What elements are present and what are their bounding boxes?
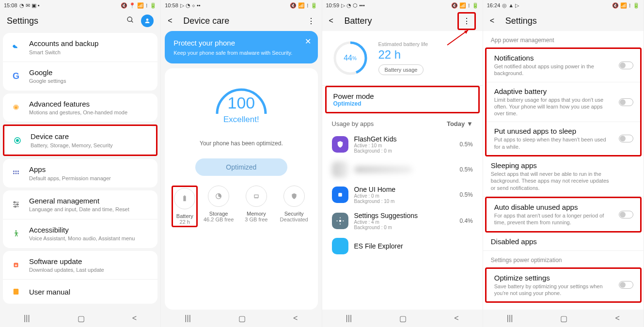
row-disabled-apps[interactable]: Disabled apps <box>483 233 644 251</box>
back-icon[interactable]: < <box>329 16 338 25</box>
svg-point-11 <box>17 172 19 174</box>
svg-rect-21 <box>184 196 186 202</box>
avatar[interactable] <box>141 15 154 27</box>
row-put-unused-sleep[interactable]: Put unused apps to sleep Put apps to sle… <box>487 122 640 155</box>
toggle[interactable] <box>619 98 633 106</box>
device-care-screen: 10:58 ▷ ◔ ⟐ •• 🔇 📶 ⫶ 🔋 < Device care ⋮ P… <box>161 0 322 327</box>
battery-content: 44% Estimated battery life 22 h Battery … <box>322 31 483 310</box>
item-title: General management <box>29 196 151 206</box>
navbar: ||| ▢ < <box>322 310 483 327</box>
item-title: Apps <box>29 165 151 174</box>
app-name: FlashGet Kids <box>354 135 454 143</box>
tile-security[interactable]: Security Deactivated <box>277 186 311 227</box>
item-google[interactable]: G GoogleGoogle settings <box>3 62 157 91</box>
device-care-content: Protect your phone Keep your phone safe … <box>161 31 321 310</box>
svg-point-17 <box>15 206 16 207</box>
battery-icon <box>174 188 195 209</box>
svg-rect-24 <box>254 195 258 197</box>
home-button[interactable]: ▢ <box>560 314 567 323</box>
item-title: Accounts and backup <box>29 39 151 48</box>
tile-storage[interactable]: Storage 46.2 GB free <box>202 186 236 227</box>
tile-battery[interactable]: Battery 22 h <box>174 188 195 225</box>
toggle[interactable] <box>619 135 633 142</box>
more-icon[interactable]: ⋮ <box>307 16 315 26</box>
home-button[interactable]: ▢ <box>78 314 85 323</box>
back-button[interactable]: < <box>132 314 137 323</box>
item-software-update[interactable]: Software updateDownload updates, Last up… <box>3 251 157 280</box>
today-dropdown[interactable]: Today ▼ <box>447 120 473 127</box>
toggle[interactable] <box>619 281 633 289</box>
toggle[interactable] <box>619 211 633 218</box>
item-accessibility[interactable]: AccessibilityVoice Assistant, Mono audio… <box>3 219 157 248</box>
header: Settings <box>0 11 160 31</box>
back-icon[interactable]: < <box>490 16 499 25</box>
row-sub: Limit battery usage for apps that you do… <box>494 96 632 117</box>
battery-usage-button[interactable]: Battery usage <box>378 64 424 75</box>
header: < Battery ⋮ <box>322 11 483 31</box>
banner-title: Protect your phone <box>173 39 309 47</box>
item-accounts-backup[interactable]: Accounts and backupSmart Switch <box>3 33 157 62</box>
back-button[interactable]: < <box>454 314 458 323</box>
home-button[interactable]: ▢ <box>238 314 246 323</box>
section-settings-opt: Settings power optimization <box>483 251 644 267</box>
power-mode-row[interactable]: Power mode Optimized <box>325 86 480 113</box>
app-row-oneui[interactable]: One UI HomeActive : 0 mBackground : 10 m… <box>322 182 483 208</box>
recents-button[interactable]: ||| <box>346 314 352 323</box>
page-title: Battery <box>345 16 457 26</box>
toggle[interactable] <box>619 62 633 69</box>
app-row-flashget[interactable]: FlashGet KidsActive : 10 mBackground : 0… <box>322 131 483 157</box>
row-title: Disabled apps <box>491 237 636 246</box>
item-title: Accessibility <box>29 225 151 235</box>
usage-label: Usage by apps <box>332 120 374 127</box>
item-title: Google <box>29 68 151 78</box>
svg-point-6 <box>13 171 15 172</box>
app-name: Settings Suggestions <box>354 212 454 219</box>
app-row-settings-suggestions[interactable]: Settings SuggestionsActive : 4 mBackgrou… <box>322 208 483 234</box>
svg-point-33 <box>339 220 341 222</box>
row-sleeping-apps[interactable]: Sleeping apps Select apps that will neve… <box>483 156 644 197</box>
row-auto-disable[interactable]: Auto disable unused apps For apps that a… <box>487 198 640 231</box>
recents-button[interactable]: ||| <box>507 314 513 323</box>
more-icon[interactable]: ⋮ <box>457 12 476 30</box>
item-sub: Default apps, Permission manager <box>29 175 151 182</box>
item-general-management[interactable]: General managementLanguage and input, Da… <box>3 190 157 219</box>
item-sub: Language and input, Date and time, Reset <box>29 206 151 213</box>
row-sub: Select apps that will never be able to r… <box>491 171 636 191</box>
app-pct: 0.5% <box>459 141 472 148</box>
security-banner[interactable]: Protect your phone Keep your phone safe … <box>165 31 317 63</box>
close-icon[interactable]: ✕ <box>305 37 311 46</box>
item-device-care[interactable]: Device careBattery, Storage, Memory, Sec… <box>4 126 156 155</box>
recents-button[interactable]: ||| <box>185 314 190 323</box>
search-icon[interactable] <box>126 16 134 26</box>
item-user-manual[interactable]: User manual <box>3 280 157 304</box>
row-title: Put unused apps to sleep <box>494 127 632 135</box>
svg-point-9 <box>13 172 15 174</box>
row-title: Auto disable unused apps <box>494 203 632 211</box>
row-adaptive-battery[interactable]: Adaptive battery Limit battery usage for… <box>487 82 640 123</box>
back-icon[interactable]: < <box>168 16 176 25</box>
status-icons: 🔇 📍 📶 ⫶ 🔋 <box>121 2 157 9</box>
tile-memory[interactable]: Memory 3 GB free <box>239 186 273 227</box>
time: 10:59 <box>326 2 340 8</box>
item-sub: Voice Assistant, Mono audio, Assistant m… <box>29 235 151 242</box>
page-title: Device care <box>183 16 307 26</box>
statusbar: 10:59 ▷ ◔ ⬡ ••• 🔇 📶 ⫶ 🔋 <box>322 0 483 11</box>
home-button[interactable]: ▢ <box>399 314 407 323</box>
optimize-button[interactable]: Optimized <box>195 158 287 176</box>
page-title: Settings <box>505 16 637 26</box>
recents-button[interactable]: ||| <box>24 314 30 323</box>
row-sub: Get notified about apps using power in t… <box>494 63 632 77</box>
item-advanced-features[interactable]: Advanced featuresMotions and gestures, O… <box>3 93 157 122</box>
back-button[interactable]: < <box>293 314 298 323</box>
app-row-esfile[interactable]: ES File Explorer <box>322 234 483 258</box>
status-icons: 🔇 📶 ⫶ 🔋 <box>612 2 640 9</box>
battery-life: 22 h <box>378 48 428 62</box>
row-notifications[interactable]: Notifications Get notified about apps us… <box>487 49 640 82</box>
row-optimize-settings[interactable]: Optimize settings Save battery by optimi… <box>487 269 640 302</box>
section-app-power: App power management <box>483 31 644 47</box>
header: < Device care ⋮ <box>161 11 321 31</box>
item-apps[interactable]: AppsDefault apps, Permission manager <box>3 159 157 187</box>
back-button[interactable]: < <box>615 314 620 323</box>
app-row-hidden[interactable]: 0.5% <box>322 157 483 182</box>
app-icon <box>332 187 348 203</box>
